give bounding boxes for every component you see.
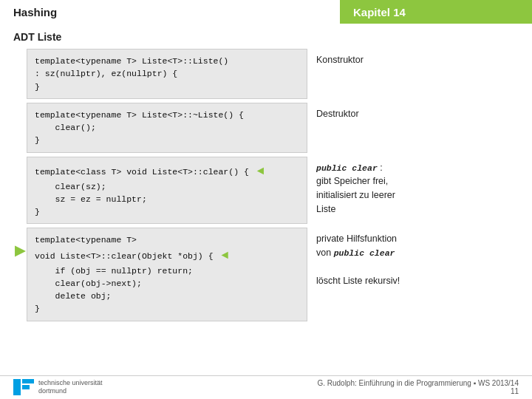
code-line: clear(); xyxy=(35,123,96,132)
section-clear: template<class T> void Liste<T>::clear()… xyxy=(13,157,519,225)
main-content: ADT Liste template<typename T> Liste<T>:… xyxy=(0,24,532,330)
footer-university-name: technische universitätdortmund xyxy=(38,379,103,396)
footer: technische universitätdortmund G. Rudolp… xyxy=(0,375,532,399)
code-line: template<typename T> Liste<T>::Liste() xyxy=(35,56,228,66)
code-inline-public-clear-2: public clear xyxy=(334,248,395,258)
svg-rect-1 xyxy=(22,379,34,383)
code-destructor: template<typename T> Liste<T>::~Liste() … xyxy=(27,103,307,153)
label-text-clear: public clear : gibt Speicher frei, initi… xyxy=(316,161,395,216)
label-constructor: Konstruktor xyxy=(307,49,519,72)
code-line: : sz(nullptr), ez(nullptr) { xyxy=(35,69,177,78)
label-text-constructor: Konstruktor xyxy=(316,53,364,67)
code-line: clear(obj->next); xyxy=(35,279,142,288)
label-text-clear-helper: private Hilfsfunktion von public clear l… xyxy=(316,232,400,287)
footer-citation-area: G. Rudolph: Einführung in die Programmie… xyxy=(317,379,519,395)
label-clear-helper: private Hilfsfunktion von public clear l… xyxy=(307,228,519,292)
section-constructor: template<typename T> Liste<T>::Liste() :… xyxy=(13,49,519,99)
svg-rect-0 xyxy=(13,379,21,395)
code-inline-public-clear: public clear xyxy=(316,163,378,173)
tu-logo-svg xyxy=(13,379,34,395)
code-line: void Liste<T>::clear(Objekt *obj) { xyxy=(35,251,214,261)
header: Hashing Kapitel 14 xyxy=(0,0,532,24)
code-clear-helper: template<typename T> void Liste<T>::clea… xyxy=(27,228,307,321)
label-destructor: Destruktor xyxy=(307,103,519,126)
footer-citation: G. Rudolph: Einführung in die Programmie… xyxy=(317,379,519,387)
code-line: if (obj == nullptr) return; xyxy=(35,266,193,276)
code-line: } xyxy=(35,82,40,92)
arrow-placeholder-3 xyxy=(13,157,27,178)
header-title-left: Hashing xyxy=(0,0,340,24)
code-line: clear(sz); xyxy=(35,182,106,191)
footer-logo-area: technische universitätdortmund xyxy=(13,379,103,396)
label-clear: public clear : gibt Speicher frei, initi… xyxy=(307,157,519,221)
code-line: template<typename T> xyxy=(35,235,137,245)
arrow-right-icon: ◄ xyxy=(257,165,265,178)
label-text-destructor: Destruktor xyxy=(316,107,359,121)
code-line: } xyxy=(35,207,40,216)
code-line: } xyxy=(35,135,40,145)
section-destructor: template<typename T> Liste<T>::~Liste() … xyxy=(13,103,519,153)
arrow-placeholder-2 xyxy=(13,103,27,124)
code-line: template<typename T> Liste<T>::~Liste() … xyxy=(35,110,244,120)
code-line: template<class T> void Liste<T>::clear()… xyxy=(35,167,249,177)
page-title: ADT Liste xyxy=(13,31,519,43)
code-line: } xyxy=(35,304,40,313)
code-clear: template<class T> void Liste<T>::clear()… xyxy=(27,157,307,225)
arrow-placeholder-1 xyxy=(13,49,27,70)
code-constructor: template<typename T> Liste<T>::Liste() :… xyxy=(27,49,307,99)
header-title-right: Kapitel 14 xyxy=(340,0,532,24)
code-line: sz = ez = nullptr; xyxy=(35,194,147,204)
arrow-right-icon-2: ◄ xyxy=(221,249,228,262)
section-clear-helper: ▶ template<typename T> void Liste<T>::cl… xyxy=(13,228,519,321)
svg-rect-2 xyxy=(22,385,30,389)
arrow-left-indicator: ▶ xyxy=(13,228,27,259)
tu-logo xyxy=(13,379,34,395)
code-line: delete obj; xyxy=(35,291,112,301)
footer-page-number: 11 xyxy=(511,387,519,395)
